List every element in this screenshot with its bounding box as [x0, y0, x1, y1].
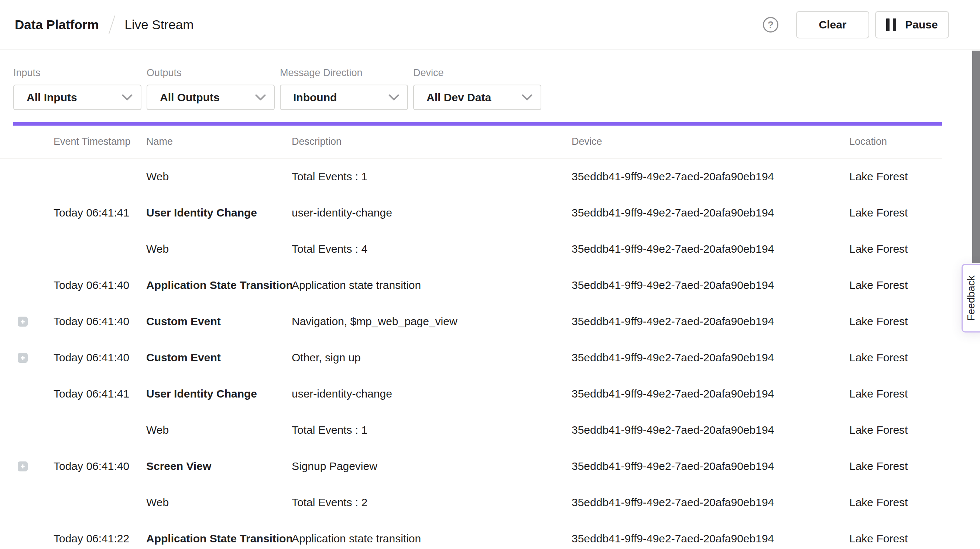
event-timestamp: Today 06:41:41	[54, 388, 146, 400]
event-row[interactable]: Web Total Events : 1 35eddb41-9ff9-49e2-…	[0, 158, 942, 195]
message-direction-dropdown-value: Inbound	[293, 91, 337, 104]
plus-icon	[20, 464, 25, 469]
event-description: Signup Pageview	[292, 460, 572, 472]
event-name: Application State Transition	[146, 532, 292, 545]
event-device-id: 35eddb41-9ff9-49e2-7aed-20afa90eb194	[572, 279, 849, 292]
expand-row-button[interactable]	[18, 353, 28, 363]
event-timestamp: Today 06:41:40	[54, 315, 146, 328]
event-location: Lake Forest	[849, 243, 942, 255]
expand-row-button[interactable]	[18, 317, 28, 327]
event-name: Custom Event	[146, 315, 292, 328]
event-device-id: 35eddb41-9ff9-49e2-7aed-20afa90eb194	[572, 532, 849, 545]
filter-device: Device All Dev Data	[413, 67, 541, 110]
expand-row-button[interactable]	[18, 461, 28, 471]
filter-inputs-label: Inputs	[13, 67, 142, 79]
event-description: Navigation, $mp_web_page_view	[292, 315, 572, 328]
event-description: Application state transition	[292, 532, 572, 545]
event-row[interactable]: Today 06:41:40 Custom Event Navigation, …	[0, 303, 942, 340]
event-name: Web	[146, 424, 292, 436]
event-row[interactable]: Today 06:41:40 Application State Transit…	[0, 267, 942, 303]
event-location: Lake Forest	[849, 170, 942, 183]
event-name: Application State Transition	[146, 279, 292, 292]
event-description: Application state transition	[292, 279, 572, 292]
event-name: Web	[146, 496, 292, 509]
filter-message-direction: Message Direction Inbound	[280, 67, 408, 110]
outputs-dropdown-value: All Outputs	[160, 91, 220, 104]
event-device-id: 35eddb41-9ff9-49e2-7aed-20afa90eb194	[572, 496, 849, 509]
pause-button-label: Pause	[905, 19, 937, 31]
event-location: Lake Forest	[849, 424, 942, 436]
pause-icon	[886, 19, 896, 31]
filter-message-direction-label: Message Direction	[280, 67, 408, 79]
filter-inputs: Inputs All Inputs	[13, 67, 142, 110]
event-device-id: 35eddb41-9ff9-49e2-7aed-20afa90eb194	[572, 424, 849, 436]
help-glyph: ?	[768, 19, 773, 31]
pause-button[interactable]: Pause	[875, 11, 949, 38]
event-location: Lake Forest	[849, 460, 942, 472]
column-header-location: Location	[849, 136, 942, 147]
event-row[interactable]: Today 06:41:41 User Identity Change user…	[0, 376, 942, 412]
event-location: Lake Forest	[849, 315, 942, 328]
event-name: Web	[146, 170, 292, 183]
chevron-down-icon	[522, 94, 533, 101]
inputs-dropdown-value: All Inputs	[27, 91, 77, 104]
event-location: Lake Forest	[849, 206, 942, 219]
event-device-id: 35eddb41-9ff9-49e2-7aed-20afa90eb194	[572, 243, 849, 255]
event-device-id: 35eddb41-9ff9-49e2-7aed-20afa90eb194	[572, 206, 849, 219]
clear-button-label: Clear	[819, 19, 846, 31]
event-location: Lake Forest	[849, 496, 942, 509]
page-header: Data Platform Live Stream ? Clear Pause	[0, 0, 980, 50]
event-description: user-identity-change	[292, 388, 572, 400]
inputs-dropdown[interactable]: All Inputs	[13, 85, 142, 110]
clear-button[interactable]: Clear	[796, 11, 869, 38]
table-header-row: Event Timestamp Name Description Device …	[0, 126, 942, 158]
event-location: Lake Forest	[849, 388, 942, 400]
plus-icon	[20, 355, 25, 361]
event-timestamp: Today 06:41:40	[54, 460, 146, 472]
event-name: User Identity Change	[146, 206, 292, 219]
event-device-id: 35eddb41-9ff9-49e2-7aed-20afa90eb194	[572, 170, 849, 183]
event-description: Total Events : 1	[292, 424, 572, 436]
header-actions: ? Clear Pause	[763, 11, 949, 38]
breadcrumb-item-live-stream: Live Stream	[125, 18, 194, 32]
chevron-down-icon	[388, 94, 399, 101]
column-header-event-timestamp: Event Timestamp	[54, 136, 146, 147]
event-description: Total Events : 2	[292, 496, 572, 509]
feedback-tab[interactable]: Feedback	[961, 264, 980, 332]
device-dropdown[interactable]: All Dev Data	[413, 85, 541, 110]
column-header-name: Name	[146, 136, 292, 147]
event-row[interactable]: Web Total Events : 1 35eddb41-9ff9-49e2-…	[0, 412, 942, 448]
chevron-down-icon	[122, 94, 132, 101]
event-row[interactable]: Today 06:41:41 User Identity Change user…	[0, 195, 942, 231]
event-name: Screen View	[146, 460, 292, 472]
column-header-description: Description	[292, 136, 572, 147]
event-row[interactable]: Today 06:41:40 Custom Event Other, sign …	[0, 340, 942, 376]
plus-icon	[20, 319, 25, 324]
filter-bar: Inputs All Inputs Outputs All Outputs Me…	[0, 50, 980, 110]
event-row[interactable]: Web Total Events : 2 35eddb41-9ff9-49e2-…	[0, 484, 942, 520]
outputs-dropdown[interactable]: All Outputs	[146, 85, 275, 110]
filter-outputs: Outputs All Outputs	[146, 67, 275, 110]
message-direction-dropdown[interactable]: Inbound	[280, 85, 408, 110]
filter-outputs-label: Outputs	[146, 67, 275, 79]
event-description: Other, sign up	[292, 351, 572, 364]
breadcrumb-item-data-platform[interactable]: Data Platform	[15, 18, 99, 32]
feedback-tab-label: Feedback	[965, 276, 977, 321]
column-header-device: Device	[572, 136, 849, 147]
event-row[interactable]: Web Total Events : 4 35eddb41-9ff9-49e2-…	[0, 231, 942, 267]
event-description: user-identity-change	[292, 206, 572, 219]
event-timestamp: Today 06:41:40	[54, 279, 146, 292]
breadcrumb: Data Platform Live Stream	[15, 15, 194, 34]
help-icon[interactable]: ?	[763, 17, 778, 32]
event-timestamp: Today 06:41:22	[54, 532, 146, 545]
event-row[interactable]: Today 06:41:22 Application State Transit…	[0, 520, 942, 549]
event-location: Lake Forest	[849, 279, 942, 292]
event-device-id: 35eddb41-9ff9-49e2-7aed-20afa90eb194	[572, 460, 849, 472]
scrollbar-thumb[interactable]	[972, 51, 980, 263]
event-device-id: 35eddb41-9ff9-49e2-7aed-20afa90eb194	[572, 351, 849, 364]
event-row[interactable]: Today 06:41:40 Screen View Signup Pagevi…	[0, 448, 942, 484]
event-timestamp: Today 06:41:40	[54, 351, 146, 364]
event-description: Total Events : 1	[292, 170, 572, 183]
breadcrumb-separator	[108, 16, 115, 34]
event-name: User Identity Change	[146, 388, 292, 400]
